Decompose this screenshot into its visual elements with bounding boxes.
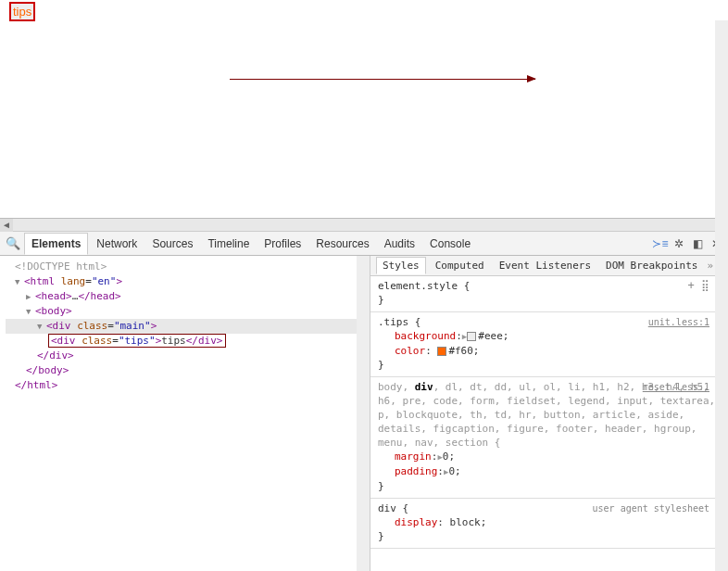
css-prop[interactable]: background:▶#eee; (378, 329, 721, 344)
more-tabs-icon[interactable]: » (707, 260, 713, 272)
div-close[interactable]: </div> (37, 349, 74, 362)
expand-arrow-icon[interactable] (37, 319, 46, 334)
expand-arrow-icon[interactable] (26, 304, 35, 319)
styles-panel: Styles Computed Event Listeners DOM Brea… (370, 256, 728, 571)
annotation-arrow (230, 79, 535, 81)
css-prop[interactable]: display: block; (378, 515, 721, 529)
tab-console[interactable]: Console (423, 234, 477, 254)
rule-tips[interactable]: unit.less:1 .tips { background:▶#eee; co… (370, 312, 728, 377)
tab-network[interactable]: Network (90, 234, 144, 254)
tab-elements[interactable]: Elements (24, 233, 88, 255)
rule-source-label: user agent stylesheet (593, 501, 709, 515)
styles-tab-event-listeners[interactable]: Event Listeners (494, 258, 596, 273)
devtools-panels: <!DOCTYPE html> <html lang="en"> <head>…… (0, 256, 728, 571)
page-viewport: tips ◄ (0, 0, 728, 232)
new-rule-icon[interactable]: + ⣿ (688, 279, 709, 293)
doctype-node[interactable]: <!DOCTYPE html> (15, 260, 107, 273)
tips-element: tips (9, 2, 35, 21)
expand-arrow-icon[interactable] (15, 274, 24, 289)
main-div-open[interactable]: <div class="main"> (46, 320, 157, 332)
tab-sources[interactable]: Sources (145, 234, 199, 254)
body-close[interactable]: </body> (26, 364, 69, 376)
vertical-scrollbar[interactable] (357, 256, 370, 571)
inspect-icon[interactable]: 🔍 (4, 236, 22, 250)
body-open[interactable]: <body> (35, 305, 72, 317)
rule-element-style[interactable]: + ⣿ element.style { } (370, 276, 728, 312)
html-open[interactable]: <html lang="en"> (24, 275, 122, 287)
tab-profiles[interactable]: Profiles (257, 234, 308, 254)
console-toggle-icon[interactable]: ≻≡ (652, 235, 669, 252)
rule-user-agent[interactable]: user agent stylesheet div { display: blo… (370, 499, 728, 549)
expand-arrow-icon[interactable] (26, 289, 35, 304)
color-swatch-icon[interactable] (437, 347, 446, 356)
styles-tab-computed[interactable]: Computed (430, 258, 490, 273)
css-prop[interactable]: padding:▶0; (378, 464, 721, 479)
horizontal-scrollbar[interactable]: ◄ (0, 218, 728, 231)
tab-audits[interactable]: Audits (378, 234, 421, 254)
tab-timeline[interactable]: Timeline (201, 234, 256, 254)
rule-source-link[interactable]: unit.less:1 (648, 315, 709, 329)
rule-source-link[interactable]: reset.less:1 (643, 380, 709, 394)
dom-tree-panel[interactable]: <!DOCTYPE html> <html lang="en"> <head>…… (0, 256, 370, 571)
css-rules-list: + ⣿ element.style { } unit.less:1 .tips … (370, 276, 728, 549)
css-prop[interactable]: color: #f60; (378, 344, 721, 358)
styles-tabbar: Styles Computed Event Listeners DOM Brea… (370, 256, 728, 276)
scroll-left-arrow[interactable]: ◄ (0, 219, 13, 232)
rule-selector: element.style { (378, 279, 721, 293)
devtools-toolbar: 🔍 Elements Network Sources Timeline Prof… (0, 232, 728, 256)
html-close[interactable]: </html> (15, 379, 57, 391)
head-node[interactable]: <head>…</head> (35, 290, 121, 302)
tab-resources[interactable]: Resources (309, 234, 375, 254)
dock-icon[interactable]: ◧ (689, 235, 706, 252)
styles-tab-dom-breakpoints[interactable]: DOM Breakpoints (600, 258, 703, 273)
styles-tab-styles[interactable]: Styles (376, 257, 426, 274)
vertical-scrollbar[interactable] (715, 256, 728, 571)
color-swatch-icon[interactable] (467, 332, 476, 341)
settings-gear-icon[interactable]: ✲ (671, 235, 687, 252)
rule-reset[interactable]: reset.less:1 body, div, dl, dt, dd, ul, … (370, 377, 728, 499)
css-prop[interactable]: margin:▶0; (378, 450, 721, 464)
selected-tips-node[interactable]: <div class="tips">tips</div> (48, 334, 226, 348)
